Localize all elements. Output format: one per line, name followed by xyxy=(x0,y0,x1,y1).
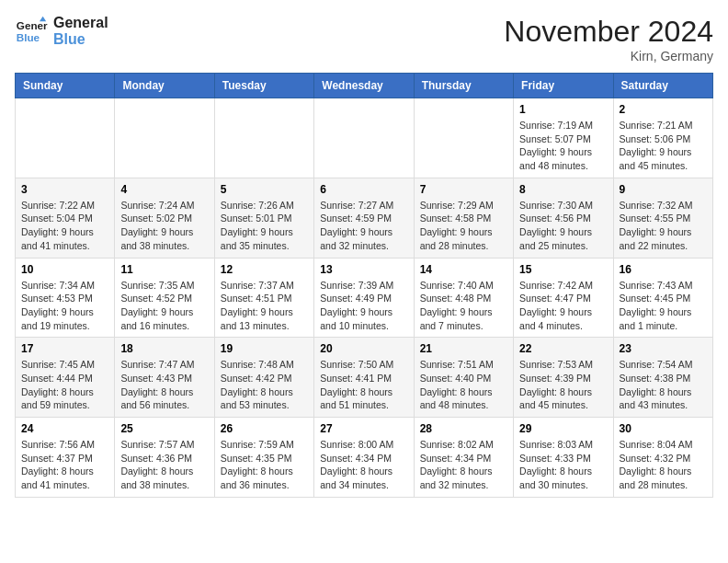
calendar-cell: 13Sunrise: 7:39 AM Sunset: 4:49 PM Dayli… xyxy=(314,258,414,338)
day-number: 11 xyxy=(120,263,208,276)
calendar-cell: 28Sunrise: 8:02 AM Sunset: 4:34 PM Dayli… xyxy=(414,418,513,498)
day-number: 20 xyxy=(320,342,407,355)
calendar-cell xyxy=(16,98,115,178)
day-number: 29 xyxy=(519,422,607,435)
day-info: Sunrise: 7:19 AM Sunset: 5:07 PM Dayligh… xyxy=(519,119,607,173)
logo-line1: General xyxy=(53,15,108,31)
day-number: 30 xyxy=(620,422,707,435)
day-info: Sunrise: 8:03 AM Sunset: 4:33 PM Dayligh… xyxy=(519,438,607,492)
svg-text:Blue: Blue xyxy=(17,31,40,43)
calendar-cell: 17Sunrise: 7:45 AM Sunset: 4:44 PM Dayli… xyxy=(16,338,115,418)
day-number: 14 xyxy=(420,263,507,276)
calendar-cell xyxy=(115,98,214,178)
day-number: 28 xyxy=(420,422,507,435)
day-info: Sunrise: 7:50 AM Sunset: 4:41 PM Dayligh… xyxy=(320,358,407,412)
day-info: Sunrise: 7:34 AM Sunset: 4:53 PM Dayligh… xyxy=(21,279,108,333)
logo-line2: Blue xyxy=(53,31,108,48)
day-info: Sunrise: 7:29 AM Sunset: 4:58 PM Dayligh… xyxy=(420,199,507,253)
weekday-header: Wednesday xyxy=(314,74,414,98)
calendar-cell: 7Sunrise: 7:29 AM Sunset: 4:58 PM Daylig… xyxy=(414,178,513,258)
calendar-cell: 4Sunrise: 7:24 AM Sunset: 5:02 PM Daylig… xyxy=(115,178,214,258)
day-info: Sunrise: 7:35 AM Sunset: 4:52 PM Dayligh… xyxy=(120,279,208,333)
calendar-week-row: 17Sunrise: 7:45 AM Sunset: 4:44 PM Dayli… xyxy=(16,338,713,418)
calendar-cell: 24Sunrise: 7:56 AM Sunset: 4:37 PM Dayli… xyxy=(16,418,115,498)
calendar-cell xyxy=(314,98,414,178)
calendar-week-row: 3Sunrise: 7:22 AM Sunset: 5:04 PM Daylig… xyxy=(16,178,713,258)
day-info: Sunrise: 7:37 AM Sunset: 4:51 PM Dayligh… xyxy=(221,279,308,333)
logo-icon: General Blue xyxy=(15,15,48,48)
page-header: General Blue General Blue November 2024 … xyxy=(15,15,713,63)
weekday-header: Thursday xyxy=(414,74,513,98)
day-info: Sunrise: 7:43 AM Sunset: 4:45 PM Dayligh… xyxy=(620,279,707,333)
day-info: Sunrise: 7:45 AM Sunset: 4:44 PM Dayligh… xyxy=(21,358,108,412)
day-number: 9 xyxy=(620,183,707,196)
day-info: Sunrise: 7:54 AM Sunset: 4:38 PM Dayligh… xyxy=(620,358,707,412)
calendar-cell: 15Sunrise: 7:42 AM Sunset: 4:47 PM Dayli… xyxy=(514,258,613,338)
day-info: Sunrise: 7:26 AM Sunset: 5:01 PM Dayligh… xyxy=(221,199,308,253)
weekday-header: Saturday xyxy=(613,74,712,98)
day-info: Sunrise: 7:30 AM Sunset: 4:56 PM Dayligh… xyxy=(519,199,607,253)
day-info: Sunrise: 7:24 AM Sunset: 5:02 PM Dayligh… xyxy=(120,199,208,253)
calendar-cell: 23Sunrise: 7:54 AM Sunset: 4:38 PM Dayli… xyxy=(613,338,712,418)
calendar-cell: 6Sunrise: 7:27 AM Sunset: 4:59 PM Daylig… xyxy=(314,178,414,258)
calendar-cell: 20Sunrise: 7:50 AM Sunset: 4:41 PM Dayli… xyxy=(314,338,414,418)
day-number: 10 xyxy=(21,263,108,276)
calendar-cell: 12Sunrise: 7:37 AM Sunset: 4:51 PM Dayli… xyxy=(214,258,313,338)
calendar-cell: 16Sunrise: 7:43 AM Sunset: 4:45 PM Dayli… xyxy=(613,258,712,338)
day-info: Sunrise: 8:04 AM Sunset: 4:32 PM Dayligh… xyxy=(620,438,707,492)
day-number: 24 xyxy=(21,422,108,435)
day-info: Sunrise: 7:21 AM Sunset: 5:06 PM Dayligh… xyxy=(620,119,707,173)
calendar-cell: 25Sunrise: 7:57 AM Sunset: 4:36 PM Dayli… xyxy=(115,418,214,498)
calendar: SundayMondayTuesdayWednesdayThursdayFrid… xyxy=(15,73,713,498)
day-info: Sunrise: 7:22 AM Sunset: 5:04 PM Dayligh… xyxy=(21,199,108,253)
logo: General Blue General Blue xyxy=(15,15,108,48)
calendar-cell: 1Sunrise: 7:19 AM Sunset: 5:07 PM Daylig… xyxy=(514,98,613,178)
calendar-week-row: 24Sunrise: 7:56 AM Sunset: 4:37 PM Dayli… xyxy=(16,418,713,498)
day-info: Sunrise: 7:53 AM Sunset: 4:39 PM Dayligh… xyxy=(519,358,607,412)
calendar-cell: 3Sunrise: 7:22 AM Sunset: 5:04 PM Daylig… xyxy=(16,178,115,258)
day-number: 22 xyxy=(519,342,607,355)
weekday-header: Monday xyxy=(115,74,214,98)
day-number: 7 xyxy=(420,183,507,196)
day-number: 15 xyxy=(519,263,607,276)
day-info: Sunrise: 7:40 AM Sunset: 4:48 PM Dayligh… xyxy=(420,279,507,333)
day-number: 2 xyxy=(620,103,707,116)
weekday-header: Sunday xyxy=(16,74,115,98)
day-number: 23 xyxy=(620,342,707,355)
calendar-cell: 19Sunrise: 7:48 AM Sunset: 4:42 PM Dayli… xyxy=(214,338,313,418)
title-block: November 2024 Kirn, Germany xyxy=(504,15,713,63)
day-info: Sunrise: 7:48 AM Sunset: 4:42 PM Dayligh… xyxy=(221,358,308,412)
day-info: Sunrise: 7:42 AM Sunset: 4:47 PM Dayligh… xyxy=(519,279,607,333)
calendar-cell: 29Sunrise: 8:03 AM Sunset: 4:33 PM Dayli… xyxy=(514,418,613,498)
day-info: Sunrise: 7:47 AM Sunset: 4:43 PM Dayligh… xyxy=(120,358,208,412)
day-info: Sunrise: 7:32 AM Sunset: 4:55 PM Dayligh… xyxy=(620,199,707,253)
day-number: 3 xyxy=(21,183,108,196)
day-number: 18 xyxy=(120,342,208,355)
day-info: Sunrise: 7:27 AM Sunset: 4:59 PM Dayligh… xyxy=(320,199,407,253)
calendar-cell: 21Sunrise: 7:51 AM Sunset: 4:40 PM Dayli… xyxy=(414,338,513,418)
day-number: 25 xyxy=(120,422,208,435)
calendar-cell: 22Sunrise: 7:53 AM Sunset: 4:39 PM Dayli… xyxy=(514,338,613,418)
calendar-cell: 11Sunrise: 7:35 AM Sunset: 4:52 PM Dayli… xyxy=(115,258,214,338)
day-number: 5 xyxy=(221,183,308,196)
day-number: 19 xyxy=(221,342,308,355)
day-info: Sunrise: 7:39 AM Sunset: 4:49 PM Dayligh… xyxy=(320,279,407,333)
calendar-cell: 2Sunrise: 7:21 AM Sunset: 5:06 PM Daylig… xyxy=(613,98,712,178)
weekday-header: Tuesday xyxy=(214,74,313,98)
calendar-cell: 5Sunrise: 7:26 AM Sunset: 5:01 PM Daylig… xyxy=(214,178,313,258)
weekday-header-row: SundayMondayTuesdayWednesdayThursdayFrid… xyxy=(16,74,713,98)
day-info: Sunrise: 8:02 AM Sunset: 4:34 PM Dayligh… xyxy=(420,438,507,492)
day-info: Sunrise: 7:59 AM Sunset: 4:35 PM Dayligh… xyxy=(221,438,308,492)
day-info: Sunrise: 7:56 AM Sunset: 4:37 PM Dayligh… xyxy=(21,438,108,492)
calendar-cell: 27Sunrise: 8:00 AM Sunset: 4:34 PM Dayli… xyxy=(314,418,414,498)
day-number: 8 xyxy=(519,183,607,196)
calendar-cell: 8Sunrise: 7:30 AM Sunset: 4:56 PM Daylig… xyxy=(514,178,613,258)
day-info: Sunrise: 8:00 AM Sunset: 4:34 PM Dayligh… xyxy=(320,438,407,492)
calendar-week-row: 1Sunrise: 7:19 AM Sunset: 5:07 PM Daylig… xyxy=(16,98,713,178)
calendar-cell: 26Sunrise: 7:59 AM Sunset: 4:35 PM Dayli… xyxy=(214,418,313,498)
weekday-header: Friday xyxy=(514,74,613,98)
month-title: November 2024 xyxy=(504,15,713,49)
calendar-cell xyxy=(214,98,313,178)
day-number: 4 xyxy=(120,183,208,196)
day-number: 13 xyxy=(320,263,407,276)
